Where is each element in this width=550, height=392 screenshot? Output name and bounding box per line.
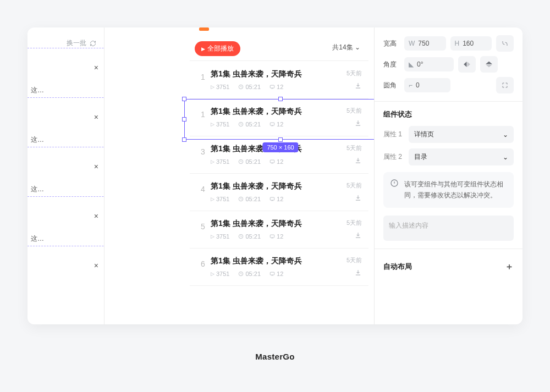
resize-handle[interactable] [182, 97, 186, 101]
episode-row[interactable]: 4第1集 虫兽来袭，天降奇兵▷ 3751 05:21 125天前 [190, 174, 369, 211]
row-index: 3 [195, 144, 211, 156]
download-icon[interactable] [354, 119, 362, 127]
refresh-label: 换一批 [67, 38, 86, 48]
plays: ▷ 3751 [211, 84, 229, 90]
svg-rect-9 [270, 235, 274, 238]
layer-label: 这… [31, 135, 44, 145]
row-title: 第1集 虫兽来袭，天降奇兵 [211, 144, 334, 154]
episode-row[interactable]: 5第1集 虫兽来袭，天降奇兵▷ 3751 05:21 125天前 [190, 211, 369, 249]
resize-handle[interactable] [182, 117, 186, 122]
flip-v-icon[interactable] [480, 56, 498, 73]
duration: 05:21 [238, 270, 261, 277]
link-size-icon[interactable] [496, 35, 514, 52]
left-panel: 换一批 × 这… × 这… × 这… × 这… × [28, 27, 105, 324]
download-icon[interactable] [354, 194, 362, 202]
duration: 05:21 [238, 121, 261, 128]
component-state-title: 组件状态 [383, 109, 514, 119]
refresh-button[interactable]: 换一批 [28, 38, 104, 48]
svg-rect-1 [270, 85, 274, 88]
auto-layout-label: 自动布局 [383, 262, 412, 272]
info-icon [390, 179, 399, 201]
refresh-icon [90, 40, 96, 47]
svg-rect-11 [270, 272, 274, 275]
brand-label: MasterGo [0, 352, 550, 361]
download-icon[interactable] [354, 157, 362, 164]
warning-text: 该可变组件与其他可变组件状态相同，需要修改状态以解决冲突。 [404, 179, 507, 201]
play-all-label: 全部播放 [207, 44, 234, 53]
layer-label: 这… [31, 185, 44, 194]
episode-row[interactable]: 1第1集 虫兽来袭，天降奇兵▷ 3751 05:21 125天前 [190, 99, 369, 136]
time-ago: 5天前 [334, 144, 362, 152]
comments: 12 [270, 158, 283, 165]
download-icon[interactable] [354, 231, 362, 239]
angle-input[interactable]: ◣ 0° [404, 57, 454, 71]
description-input[interactable]: 输入描述内容 [383, 216, 514, 241]
play-all-button[interactable]: ▶ 全部播放 [195, 41, 240, 56]
comments: 12 [270, 270, 283, 277]
svg-rect-7 [270, 197, 274, 200]
time-ago: 5天前 [334, 256, 362, 264]
duration: 05:21 [238, 158, 261, 165]
comments: 12 [270, 84, 283, 90]
corner-icon: ⌐ [409, 81, 413, 89]
duration: 05:21 [238, 84, 261, 90]
attr1-select[interactable]: 详情页 ⌄ [409, 126, 514, 143]
svg-rect-5 [270, 160, 274, 163]
close-icon[interactable]: × [94, 261, 98, 270]
svg-rect-3 [270, 123, 274, 125]
expand-radius-icon[interactable] [496, 77, 514, 93]
plays: ▷ 3751 [211, 270, 229, 277]
play-icon: ▶ [201, 46, 205, 52]
download-icon[interactable] [354, 82, 362, 90]
row-title: 第1集 虫兽来袭，天降奇兵 [211, 181, 334, 191]
time-ago: 5天前 [334, 107, 362, 115]
download-icon[interactable] [354, 269, 362, 277]
row-index: 1 [195, 69, 211, 81]
layer-label: 这… [31, 86, 44, 95]
size-label: 宽高 [383, 39, 400, 48]
attr2-label: 属性 2 [383, 152, 403, 162]
width-input[interactable]: W 750 [404, 36, 446, 51]
duration: 05:21 [238, 233, 261, 240]
attr2-select[interactable]: 目录 ⌄ [409, 148, 514, 165]
chevron-down-icon: ⌄ [503, 131, 508, 139]
plays: ▷ 3751 [211, 158, 229, 165]
row-index: 4 [195, 181, 211, 194]
episode-count[interactable]: 共14集 ⌄ [332, 43, 360, 52]
height-input[interactable]: H 160 [450, 36, 492, 51]
resize-handle[interactable] [182, 137, 186, 142]
attr1-label: 属性 1 [383, 130, 403, 139]
close-icon[interactable]: × [94, 212, 98, 220]
flip-h-icon[interactable] [458, 56, 476, 73]
properties-panel: 宽高 W 750 H 160 角度 ◣ 0° [374, 27, 522, 324]
layer-item[interactable]: × 这… [28, 196, 104, 246]
tab-indicator [199, 27, 209, 31]
episode-row[interactable]: 6第1集 虫兽来袭，天降奇兵▷ 3751 05:21 125天前 [190, 249, 369, 286]
row-title: 第1集 虫兽来袭，天降奇兵 [211, 219, 334, 229]
row-index: 5 [195, 219, 211, 231]
radius-input[interactable]: ⌐ 0 [404, 78, 450, 92]
comments: 12 [270, 233, 283, 240]
warning-box: 该可变组件与其他可变组件状态相同，需要修改状态以解决冲突。 [383, 172, 514, 208]
layer-item[interactable]: × 这… [28, 147, 104, 196]
time-ago: 5天前 [334, 219, 362, 227]
close-icon[interactable]: × [94, 113, 98, 122]
time-ago: 5天前 [334, 181, 362, 190]
layer-item[interactable]: × 这… [28, 48, 104, 97]
comments: 12 [270, 196, 283, 202]
episode-row[interactable]: 1第1集 虫兽来袭，天降奇兵▷ 3751 05:21 125天前 [190, 62, 369, 99]
close-icon[interactable]: × [94, 63, 98, 72]
layer-label: 这… [31, 234, 44, 244]
close-icon[interactable]: × [94, 162, 98, 171]
time-ago: 5天前 [334, 69, 362, 78]
layer-item[interactable]: × [28, 246, 104, 279]
radius-label: 圆角 [383, 81, 400, 90]
app-window: 换一批 × 这… × 这… × 这… × 这… × [28, 27, 522, 324]
episode-row[interactable]: 3第1集 虫兽来袭，天降奇兵▷ 3751 05:21 125天前 [190, 136, 369, 174]
angle-label: 角度 [383, 60, 400, 69]
add-icon[interactable]: ＋ [505, 261, 514, 273]
plays: ▷ 3751 [211, 196, 229, 202]
episode-list: 1第1集 虫兽来袭，天降奇兵▷ 3751 05:21 125天前1第1集 虫兽来… [190, 62, 369, 286]
layer-item[interactable]: × 这… [28, 97, 104, 147]
canvas[interactable]: ▶ 全部播放 共14集 ⌄ 1第1集 虫兽来袭，天降奇兵▷ 3751 05:21… [105, 27, 374, 324]
